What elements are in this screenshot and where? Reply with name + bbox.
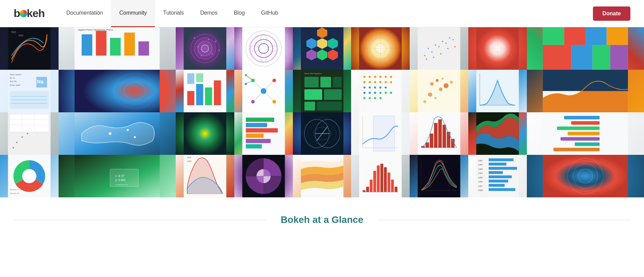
gallery-item[interactable] (410, 27, 468, 70)
gallery-item[interactable] (527, 27, 644, 70)
gallery-item[interactable] (410, 155, 468, 197)
svg-rect-203 (426, 143, 429, 148)
svg-point-158 (430, 82, 434, 85)
nav-blog[interactable]: Blog (226, 0, 253, 27)
gallery-item[interactable] (234, 155, 293, 197)
svg-rect-151 (418, 70, 460, 112)
svg-text:Name: Sodium: Name: Sodium (10, 74, 21, 76)
svg-point-150 (379, 97, 381, 99)
svg-point-152 (423, 100, 426, 103)
nav-community[interactable]: Community (111, 0, 155, 27)
gallery-item[interactable] (0, 112, 59, 155)
gallery-item[interactable]: Name: Sodium No: 11 Sym: Na Group: metal… (0, 70, 59, 112)
svg-text:0.899034178: 0.899034178 (115, 183, 128, 186)
gallery-item[interactable] (293, 27, 351, 70)
svg-rect-70 (543, 27, 564, 45)
gallery-item[interactable]: x: 8.72° y: 5.825 0.899034178 (59, 155, 176, 197)
svg-text:CDF: CDF (187, 160, 192, 162)
svg-rect-116 (320, 77, 331, 87)
svg-point-50 (424, 55, 426, 56)
svg-rect-98 (187, 73, 194, 84)
svg-text:x: 8.72°: x: 8.72° (115, 174, 125, 178)
svg-point-221 (22, 169, 36, 183)
svg-rect-4 (82, 34, 92, 56)
svg-rect-8 (138, 42, 149, 56)
svg-point-159 (442, 78, 444, 80)
gallery-item[interactable] (59, 112, 176, 155)
svg-text:Na: Na (37, 79, 44, 84)
gallery-item[interactable] (351, 70, 410, 112)
svg-rect-5 (96, 31, 106, 55)
logo[interactable]: b keh (14, 7, 45, 20)
gallery-item[interactable] (234, 27, 293, 70)
gallery-item[interactable] (176, 112, 234, 155)
gallery-item[interactable] (527, 70, 644, 112)
svg-point-135 (390, 81, 392, 83)
svg-rect-119 (324, 89, 342, 100)
svg-rect-49 (418, 27, 460, 70)
svg-point-181 (127, 129, 129, 131)
svg-text:PDF: PDF (187, 156, 192, 159)
svg-point-21 (219, 50, 220, 51)
svg-point-129 (390, 76, 392, 78)
gallery-item[interactable] (293, 112, 351, 155)
gallery-item[interactable]: Section A Section B (0, 155, 59, 197)
svg-point-170 (27, 133, 28, 134)
nav-demos[interactable]: Demos (192, 0, 226, 27)
svg-rect-264 (489, 180, 508, 182)
gallery-item[interactable] (293, 155, 351, 197)
svg-text:f₁(x): f₁(x) (12, 30, 16, 33)
svg-text:No: 11: No: 11 (10, 77, 15, 79)
gallery-item[interactable] (351, 27, 410, 70)
gallery-item[interactable]: Name: San Augustine (293, 70, 351, 112)
svg-point-62 (447, 48, 449, 49)
svg-rect-266 (489, 184, 505, 186)
nav-documentation[interactable]: Documentation (58, 0, 111, 27)
gallery-item[interactable] (410, 112, 468, 155)
svg-text:Sym: Na: Sym: Na (10, 80, 17, 82)
svg-point-132 (374, 81, 376, 83)
svg-point-160 (436, 79, 439, 82)
svg-rect-0 (8, 27, 50, 70)
svg-rect-238 (363, 190, 365, 192)
gallery-item[interactable] (410, 70, 468, 112)
svg-rect-208 (447, 132, 450, 148)
gallery-item[interactable] (59, 70, 176, 112)
svg-point-153 (428, 93, 433, 97)
gallery-item[interactable]: f₁(x) f₂(x) (0, 27, 59, 70)
svg-point-133 (379, 81, 381, 83)
gallery-item[interactable] (468, 112, 527, 155)
svg-point-156 (444, 83, 449, 88)
svg-point-51 (428, 48, 429, 49)
svg-rect-242 (377, 165, 380, 192)
gallery-item[interactable] (468, 27, 527, 70)
gallery-item[interactable]: Apples Pears Nectarines Plums (59, 27, 176, 70)
gallery-item[interactable]: 1981 1982 1983 1984 1985 1986 1987 1988 (468, 155, 527, 197)
svg-point-57 (449, 37, 450, 38)
nav-github[interactable]: GitHub (253, 0, 286, 27)
gallery-item[interactable] (527, 155, 644, 197)
svg-point-113 (245, 83, 247, 85)
svg-text:1984: 1984 (478, 172, 483, 174)
gallery-item[interactable] (351, 112, 410, 155)
svg-rect-216 (568, 132, 600, 135)
gallery-item[interactable] (527, 112, 644, 155)
svg-text:f₂(x): f₂(x) (19, 34, 23, 37)
svg-point-125 (369, 76, 371, 78)
svg-text:Section B: Section B (10, 192, 19, 194)
svg-rect-219 (553, 148, 599, 151)
gallery-item[interactable] (468, 70, 527, 112)
svg-rect-118 (304, 89, 322, 100)
svg-point-144 (379, 92, 381, 94)
donate-button[interactable]: Donate (593, 6, 630, 21)
gallery-item[interactable] (176, 27, 234, 70)
gallery-item[interactable] (234, 112, 293, 155)
gallery-item[interactable]: PDF CDF (176, 155, 234, 197)
nav-tutorials[interactable]: Tutorials (155, 0, 192, 27)
gallery-item[interactable] (351, 155, 410, 197)
svg-text:1987: 1987 (478, 185, 483, 187)
gallery-item[interactable] (176, 70, 234, 112)
svg-rect-174 (10, 114, 49, 132)
divider-left (14, 220, 267, 220)
gallery-item[interactable] (234, 70, 293, 112)
